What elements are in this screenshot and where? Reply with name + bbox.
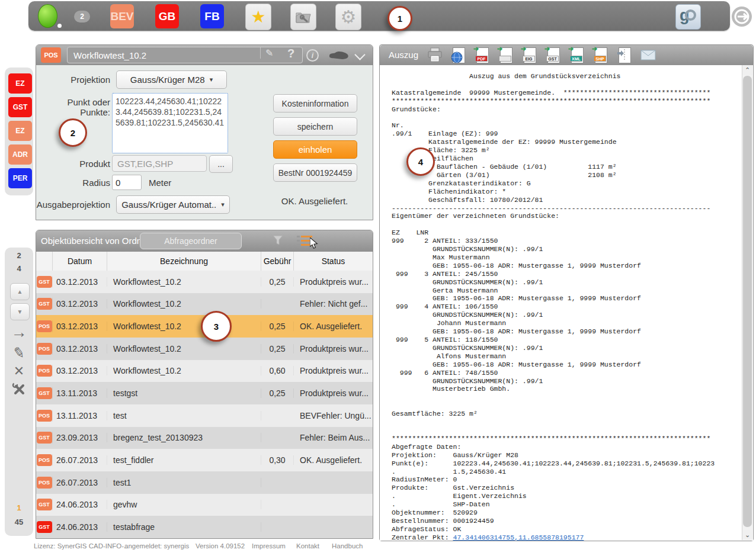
logout-button[interactable] bbox=[731, 6, 752, 27]
einholen-button[interactable]: einholen bbox=[273, 140, 357, 159]
xml-export-icon[interactable]: ➔XML bbox=[569, 47, 585, 63]
table-row[interactable]: GST03.12.2013Workflowtest_10.20,25Produk… bbox=[36, 271, 373, 293]
text-export-icon[interactable]: ➔ bbox=[498, 47, 514, 63]
scrollbar-thumb[interactable] bbox=[743, 76, 752, 527]
sidebar-badge-gst[interactable]: GST bbox=[8, 97, 32, 117]
open-arrow-button[interactable]: → bbox=[5, 325, 33, 340]
row-type-cell: POS bbox=[36, 477, 53, 489]
print-icon[interactable] bbox=[427, 47, 443, 63]
filter-button[interactable] bbox=[272, 234, 284, 246]
sidebar-badge-adr[interactable]: ADR bbox=[8, 144, 32, 165]
row-bezeichnung: test_fiddler bbox=[107, 455, 261, 465]
row-datum: 13.11.2013 bbox=[53, 388, 107, 398]
row-bezeichnung: Workflowtest_10.2 bbox=[107, 322, 261, 331]
pos-panel-header: POS ✎ ? i bbox=[36, 45, 373, 65]
speichern-button[interactable]: speichern bbox=[273, 117, 357, 136]
project-tools-button[interactable] bbox=[290, 4, 316, 30]
auszug-panel: Auszug ➔PDF➔➔EIG➔GST➔XML➔SHP Auszug aus … bbox=[379, 44, 754, 541]
table-row[interactable]: POS03.12.2013Workflowtest_10.20,60Produk… bbox=[36, 360, 373, 383]
scrollbar-up-arrow[interactable]: ⌃ bbox=[742, 65, 752, 75]
table-panel-header: Objektübersicht von Ordner Abfrageordner bbox=[36, 230, 373, 252]
row-datum: 26.07.2013 bbox=[53, 455, 107, 465]
wrench-screwdriver-icon bbox=[12, 382, 26, 396]
html-export-icon[interactable] bbox=[451, 47, 466, 63]
table-row[interactable]: POS26.07.2013test_fiddler0,30OK. Ausgeli… bbox=[36, 449, 373, 471]
table-row[interactable]: POS26.07.2013test1 bbox=[36, 471, 373, 494]
row-type-badge: GST bbox=[37, 499, 52, 510]
table-row[interactable]: GST13.11.2013testgst0,25Produktpreis wur… bbox=[36, 382, 373, 404]
delivery-status-text: OK. Ausgeliefert. bbox=[273, 196, 356, 206]
row-status: OK. Ausgeliefert. bbox=[294, 322, 373, 331]
page-total: 45 bbox=[5, 518, 33, 526]
punkte-textarea[interactable]: 102223.44,245630.41;102223.44,245639.81;… bbox=[112, 93, 228, 153]
row-status: Produktpreis wur... bbox=[294, 366, 373, 375]
produkt-input[interactable] bbox=[112, 155, 207, 172]
delete-button[interactable]: ✕ bbox=[5, 365, 33, 378]
row-datum: 24.06.2013 bbox=[53, 522, 107, 532]
footer-kontakt[interactable]: Kontakt bbox=[296, 542, 319, 550]
settings-button[interactable]: ⚙ bbox=[335, 4, 361, 30]
kosteninformation-button[interactable]: Kosteninformation bbox=[273, 94, 357, 113]
zip-export-icon[interactable] bbox=[617, 47, 632, 63]
gst-export-icon[interactable]: ➔GST bbox=[546, 47, 561, 63]
pdf-export-icon[interactable]: ➔PDF bbox=[475, 47, 490, 63]
column-bezeichnung[interactable]: Bezeichnung bbox=[107, 252, 261, 271]
sidebar-badge-ez[interactable]: EZ bbox=[8, 73, 32, 94]
row-type-cell: POS bbox=[36, 320, 53, 332]
fb-button[interactable]: FB bbox=[200, 4, 224, 28]
help-icon[interactable]: ? bbox=[287, 47, 294, 60]
bestnr-button[interactable]: BestNr 0001924459 bbox=[273, 163, 357, 182]
document-scrollbar[interactable]: ⌃ ⌄ bbox=[742, 65, 752, 540]
column-gebuehr[interactable]: Gebühr bbox=[261, 252, 294, 271]
email-icon[interactable] bbox=[640, 47, 656, 63]
column-datum[interactable]: Datum bbox=[53, 252, 107, 271]
column-badge[interactable] bbox=[36, 252, 53, 271]
gb-button[interactable]: GB bbox=[155, 4, 179, 28]
table-row[interactable]: GST24.06.2013testabfrage bbox=[36, 516, 373, 538]
table-row[interactable]: GST03.12.2013Workflowtest_10.2Fehler: Ni… bbox=[36, 293, 373, 316]
meter-label: Meter bbox=[149, 178, 171, 188]
status-light-icon[interactable] bbox=[38, 4, 57, 28]
zentraler-punkt-link[interactable]: 47.341406314755,11.6855878195177 bbox=[453, 534, 584, 541]
row-datum: 23.09.2013 bbox=[53, 433, 107, 442]
sidebar-badge-per[interactable]: PER bbox=[8, 168, 32, 188]
table-row[interactable]: POS13.11.2013testBEVFehler: Ungü... bbox=[36, 404, 373, 427]
row-status: Produktpreis wur... bbox=[294, 388, 373, 398]
collapse-chevron-icon[interactable] bbox=[354, 49, 365, 60]
favorites-button[interactable]: ★ bbox=[245, 4, 271, 30]
produkt-more-button[interactable]: ... bbox=[209, 155, 233, 173]
scroll-down-button[interactable]: ▼ bbox=[10, 303, 30, 320]
row-datum: 13.11.2013 bbox=[53, 411, 107, 420]
rename-pencil-icon[interactable]: ✎ bbox=[260, 47, 273, 59]
footer-handbuch[interactable]: Handbuch bbox=[332, 542, 363, 550]
abfrageordner-button[interactable]: Abfrageordner bbox=[140, 233, 242, 249]
bev-button[interactable]: BEV bbox=[110, 4, 134, 28]
ausgabeprojektion-dropdown[interactable]: Gauss/Krüger Automat.. ▾ bbox=[116, 195, 230, 214]
scroll-up-button[interactable]: ▲ bbox=[10, 283, 30, 300]
sidebar-badge-ez[interactable]: EZ bbox=[8, 121, 32, 141]
callout-2: 2 bbox=[59, 118, 87, 147]
row-type-cell: GST bbox=[36, 521, 53, 533]
projektion-dropdown[interactable]: Gauss/Krüger M28 ▾ bbox=[116, 70, 227, 89]
status-dot-icon bbox=[57, 24, 62, 28]
table-row[interactable]: GST24.06.2013gevhw bbox=[36, 494, 373, 516]
row-gebuehr: 0,25 bbox=[261, 322, 294, 331]
go-logo-button[interactable]: g bbox=[675, 4, 701, 30]
column-status[interactable]: Status bbox=[294, 252, 373, 271]
tools-button[interactable] bbox=[5, 382, 33, 396]
shp-export-icon[interactable]: ➔SHP bbox=[593, 47, 608, 63]
table-row[interactable]: POS03.12.2013Workflowtest_10.20,25Produk… bbox=[36, 338, 373, 360]
footer-impressum[interactable]: Impressum bbox=[252, 542, 286, 550]
row-type-cell: GST bbox=[36, 276, 53, 288]
row-bezeichnung: bregenz_test_20130923 bbox=[107, 433, 261, 442]
row-type-badge: POS bbox=[37, 320, 52, 332]
radius-label: Radius bbox=[36, 178, 110, 188]
austria-map-icon[interactable] bbox=[329, 50, 349, 60]
row-gebuehr: 0,25 bbox=[261, 344, 294, 354]
row-gebuehr: 0,30 bbox=[261, 455, 294, 465]
table-row[interactable]: GST23.09.2013bregenz_test_20130923Fehler… bbox=[36, 427, 373, 449]
eig-export-icon[interactable]: ➔EIG bbox=[522, 47, 537, 63]
scrollbar-down-arrow[interactable]: ⌄ bbox=[742, 530, 752, 540]
info-icon[interactable]: i bbox=[306, 49, 319, 62]
radius-input[interactable] bbox=[112, 175, 142, 190]
